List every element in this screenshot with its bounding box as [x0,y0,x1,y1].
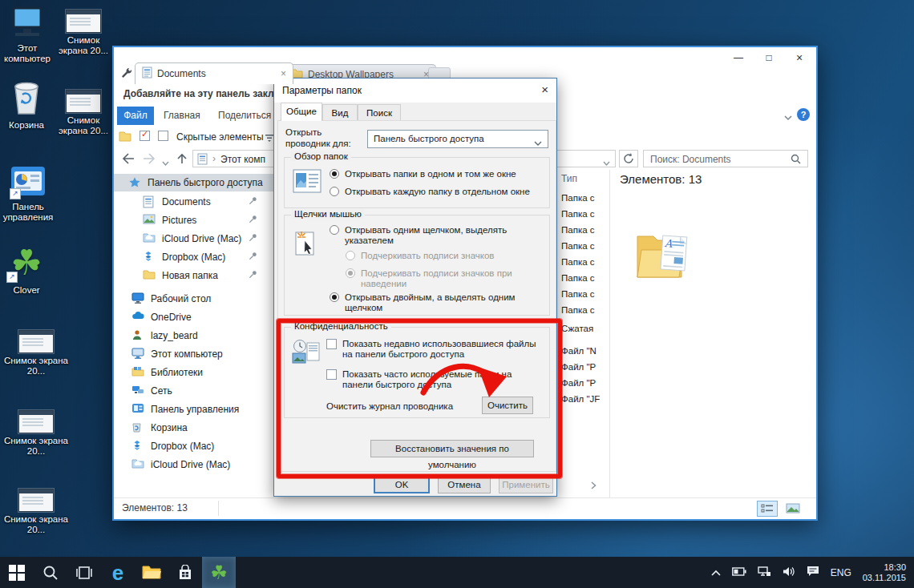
sidebar-item-user[interactable]: lazy_beard [114,327,278,344]
document-icon [197,153,208,167]
action-center-icon[interactable] [807,566,819,579]
search-icon[interactable] [791,154,801,167]
radio-underline-hover[interactable]: Подчеркивать подписи значков при наведен… [346,268,530,289]
close-button[interactable]: × [786,49,813,66]
refresh-button[interactable] [619,150,638,167]
folder-icon [143,269,156,282]
sidebar-item-documents[interactable]: Documents [114,193,278,211]
store-icon[interactable] [168,557,202,588]
dropbox-icon [143,251,156,264]
navigation-pane: Панель быстрого доступа Documents Pictur… [114,170,278,498]
taskbar-clock[interactable]: 18:3003.11.2015 [863,562,906,583]
desktop-icon-screenshot-2[interactable]: Снимок экрана 20... [58,90,109,136]
desktop-icon-screenshot-4[interactable]: Снимок экрана 20... [0,410,72,457]
sidebar-item-dropbox-2[interactable]: Dropbox (Mac) [114,437,278,455]
apply-button[interactable]: Применить [499,476,553,493]
sidebar-item-recycle-bin[interactable]: Корзина [114,419,278,437]
folder-with-document-icon[interactable]: A [633,230,695,284]
details-view-button[interactable] [757,501,778,517]
empty-checkbox-icon[interactable] [158,131,168,143]
desktop-icon-control-panel[interactable]: ↗ Панель управления [0,165,56,223]
sidebar-item-icloud-drive[interactable]: iCloud Drive (Mac) [114,230,278,248]
radio-double-click[interactable]: Открывать двойным, а выделять одним щелч… [330,292,536,313]
cancel-button[interactable]: Отмена [438,476,491,493]
radio-new-window[interactable]: Открывать каждую папку в отдельном окне [330,187,542,197]
breadcrumb[interactable]: Этот комп [220,154,265,165]
radio-same-window[interactable]: Открывать папки в одном и том же окне [330,169,542,179]
task-view-icon[interactable] [67,557,101,588]
address-dropdown-icon[interactable] [603,157,610,168]
type-cell: Папка с [561,273,609,283]
sidebar-item-onedrive[interactable]: OneDrive [114,308,278,326]
help-icon[interactable]: ? [797,108,810,121]
open-explorer-dropdown[interactable]: Панель быстрого доступа [367,130,548,148]
clear-button[interactable]: Очистить [482,397,533,414]
dialog-tab-search[interactable]: Поиск [358,104,401,122]
collapse-ribbon-icon[interactable] [784,112,792,123]
clock-date: 03.11.2015 [863,573,906,582]
ribbon-tab-share[interactable]: Поделиться [218,110,271,121]
minimize-button[interactable]: — [725,49,752,66]
sidebar-item-icloud-2[interactable]: iCloud Drive (Mac) [114,456,278,473]
checkbox-frequent-folders[interactable]: Показать часто используемые папки на пан… [326,369,541,390]
desktop-icon-label: Clover [2,285,51,296]
cloud-folder-icon [143,232,156,245]
desktop-icon-screenshot-5[interactable]: Снимок экрана 20... [0,489,72,535]
dialog-tab-view[interactable]: Вид [322,104,358,122]
network-icon[interactable] [758,566,771,579]
desktop-icon-this-pc[interactable]: Этот компьютер [2,6,53,64]
sidebar-item-pictures[interactable]: Pictures [114,211,278,229]
ribbon-tab-file[interactable]: Файл [117,107,154,125]
hscroll-right-icon[interactable] [591,481,597,492]
search-box[interactable]: Поиск: Documents [643,150,808,167]
tab-documents[interactable]: Documents × [135,62,293,84]
back-icon[interactable] [122,153,135,167]
maximize-button[interactable]: □ [755,49,783,66]
folder-view-icon [293,169,322,195]
desktop-icon-screenshot-1[interactable]: Снимок экрана 20... [58,10,109,56]
item-checkbox-icon[interactable]: ✓ [140,131,150,143]
taskbar-search-icon[interactable] [34,557,67,588]
battery-icon[interactable] [732,567,746,578]
folder-icon[interactable] [119,131,131,144]
sidebar-item-network[interactable]: Сеть [114,382,278,400]
tray-chevron-icon[interactable] [711,567,721,578]
sidebar-item-dropbox[interactable]: Dropbox (Mac) [114,248,278,266]
sidebar-item-this-pc[interactable]: Этот компьютер [114,345,278,363]
file-explorer-icon[interactable] [135,557,168,588]
forward-icon[interactable] [143,153,156,167]
desktop-icon-screenshot-3[interactable]: Снимок экрана 20... [0,330,72,377]
up-icon[interactable] [176,153,188,167]
checkbox-recent-files[interactable]: Показать недавно использовавшиеся файлы … [326,339,541,360]
sidebar-item-control-panel[interactable]: Панель управления [114,401,278,418]
desktop-icon-clover[interactable]: ☘↗ Clover [2,243,51,296]
desktop-icon-label: Корзина [2,120,51,131]
volume-icon[interactable] [783,566,795,579]
clover-icon: ☘↗ [6,243,47,283]
restore-defaults-button[interactable]: Восстановить значения по умолчанию [370,440,534,457]
dialog-title-bar[interactable]: Параметры папок × [274,79,556,103]
radio-single-click[interactable]: Открывать одним щелчком, выделять указат… [330,225,536,246]
clover-taskbar-icon[interactable]: ☘ [202,557,236,588]
desktop-icon-recycle-bin[interactable]: Корзина [2,80,51,131]
ok-button[interactable]: OK [374,476,430,493]
open-explorer-label: Открыть проводник для: [285,127,364,149]
language-indicator[interactable]: ENG [831,567,851,578]
start-button[interactable] [0,557,34,588]
screenshot-icon [18,489,54,512]
column-header-type[interactable]: Тип [561,173,577,184]
hidden-items-label[interactable]: Скрытые элементы [176,131,264,143]
radio-underline-always[interactable]: Подчеркивать подписи значков [346,251,538,261]
recent-locations-icon[interactable] [162,157,169,168]
tab-close-icon[interactable]: × [281,68,286,79]
sidebar-item-new-folder[interactable]: Новая папка [114,267,278,284]
sidebar-item-desktop[interactable]: Рабочий стол [114,290,278,308]
dialog-close-icon[interactable]: × [541,83,548,96]
ribbon-tab-home[interactable]: Главная [164,110,200,121]
sidebar-item-libraries[interactable]: Библиотеки [114,364,278,381]
thumbnail-view-button[interactable] [783,501,803,517]
sidebar-item-quick-access[interactable]: Панель быстрого доступа [114,174,278,191]
edge-icon[interactable]: e [101,557,135,588]
wrench-icon[interactable] [120,66,133,82]
dialog-tab-general[interactable]: Общие [281,103,322,121]
